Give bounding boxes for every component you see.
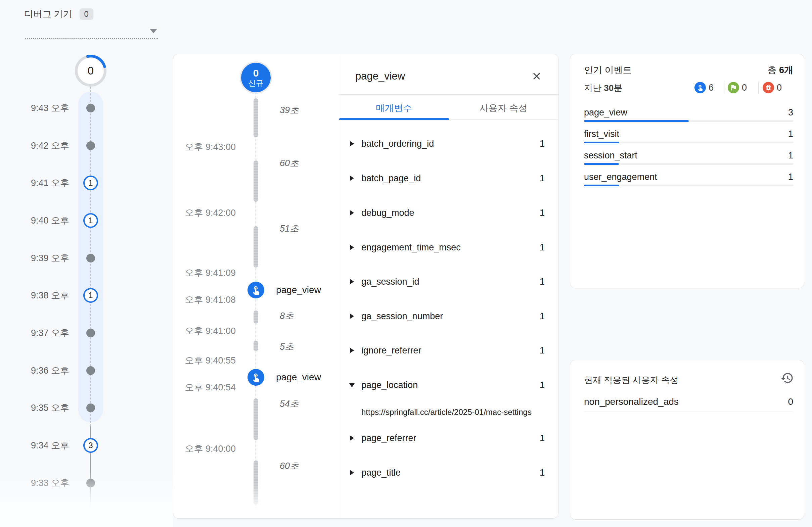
parameter-count: 1 [524, 345, 545, 356]
user-property-name: non_personalized_ads [584, 396, 679, 408]
parameter-count: 1 [524, 276, 545, 288]
expand-triangle-icon[interactable] [350, 279, 354, 284]
chevron-down-icon [150, 29, 157, 33]
event-detail-title: page_view [355, 69, 405, 84]
top-event-name[interactable]: page_view [584, 106, 627, 118]
tab-user-properties[interactable]: 사용자 속성 [449, 98, 558, 118]
elapsed-duration-label: 5초 [280, 341, 294, 352]
top-event-bar-track [584, 142, 793, 143]
parameter-name[interactable]: engagement_time_msec [361, 241, 461, 253]
ga-debugview-page: 디버그 기기 0 0 9:43 오후9:42 오후9:41 오후19:40 오후… [0, 0, 812, 527]
collapse-triangle-icon[interactable] [349, 383, 354, 387]
parameter-count: 1 [524, 137, 545, 150]
bug-icon[interactable] [763, 82, 774, 93]
top-event-bar-fill [584, 142, 619, 143]
second-time-label: 오후 9:42:00 [178, 207, 236, 219]
parameter-name[interactable]: page_referrer [361, 432, 417, 444]
device-select-dropdown[interactable] [25, 19, 158, 39]
parameter-name[interactable]: batch_page_id [361, 172, 421, 184]
minute-dot[interactable] [86, 254, 95, 263]
parameter-count: 1 [524, 241, 545, 253]
expand-triangle-icon[interactable] [350, 245, 354, 250]
second-time-label: 오후 9:41:08 [178, 294, 236, 306]
top-event-name[interactable]: session_start [584, 149, 637, 161]
expand-triangle-icon[interactable] [350, 313, 354, 319]
second-time-label: 오후 9:40:00 [178, 443, 236, 454]
minute-dot[interactable] [86, 516, 95, 525]
expand-triangle-icon[interactable] [350, 176, 354, 181]
minute-dot[interactable] [86, 328, 95, 337]
counter-value: 6 [709, 82, 722, 93]
minute-dot[interactable] [86, 404, 95, 412]
minute-event-badge[interactable]: 1 [83, 176, 98, 190]
detail-header-divider [339, 94, 559, 95]
expand-triangle-icon[interactable] [350, 210, 354, 216]
parameter-name[interactable]: batch_ordering_id [361, 137, 434, 150]
debug-devices-count-badge: 0 [79, 9, 93, 20]
debug-devices-label: 디버그 기기 [24, 8, 72, 20]
elapsed-segment [253, 160, 258, 202]
parameter-name[interactable]: ignore_referrer [361, 345, 421, 356]
minute-dot[interactable] [86, 141, 95, 150]
top-event-count: 1 [772, 128, 793, 140]
minute-time-label: 9:42 오후 [13, 140, 69, 151]
second-time-label: 오후 9:39:00 [178, 509, 236, 520]
parameter-name[interactable]: ga_session_number [361, 310, 443, 322]
top-event-count: 1 [772, 171, 793, 183]
parameter-count: 1 [524, 432, 545, 444]
parameter-name[interactable]: ga_session_id [361, 276, 419, 288]
parameter-name[interactable]: debug_mode [361, 207, 415, 219]
second-time-label: 오후 9:40:55 [178, 355, 236, 366]
new-events-label: 신규 [248, 78, 264, 87]
debug-devices-header: 디버그 기기 0 [24, 8, 93, 20]
parameter-value: https://springfall.cc/article/2025-01/ma… [361, 407, 558, 418]
counter-value: 0 [742, 82, 755, 93]
history-icon[interactable] [780, 371, 794, 385]
new-events-badge[interactable]: 0 신규 [240, 61, 272, 94]
minute-event-badge[interactable]: 1 [83, 213, 98, 228]
second-timeline-line [256, 95, 256, 510]
expand-triangle-icon[interactable] [350, 141, 354, 146]
minute-event-badge[interactable]: 3 [83, 438, 98, 453]
expand-triangle-icon[interactable] [350, 470, 354, 475]
minute-time-label: 9:41 오후 [13, 177, 69, 189]
second-time-label: 오후 9:40:54 [178, 382, 236, 393]
tap-icon[interactable] [695, 82, 706, 93]
tap-icon[interactable] [247, 282, 264, 298]
top-event-bar-track [584, 163, 793, 165]
second-time-label: 오후 9:43:00 [178, 141, 236, 153]
elapsed-segment [253, 460, 258, 504]
active-tab-underline [339, 118, 449, 120]
tap-icon[interactable] [247, 369, 264, 386]
top-event-name[interactable]: user_engagement [584, 171, 657, 183]
minute-time-label: 9:34 오후 [13, 440, 69, 451]
minute-event-badge[interactable]: 1 [83, 288, 98, 303]
second-time-label: 오후 9:41:09 [178, 267, 236, 279]
minute-dot[interactable] [86, 366, 95, 375]
expand-triangle-icon[interactable] [350, 435, 354, 441]
top-events-window: 지난 30분 [584, 82, 622, 94]
top-event-bar-fill [584, 120, 689, 122]
elapsed-duration-label: 39초 [280, 104, 299, 116]
minute-time-label: 9:39 오후 [13, 252, 69, 264]
minute-time-label: 9:36 오후 [13, 365, 69, 376]
minute-time-label: 9:37 오후 [13, 327, 69, 339]
parameter-name[interactable]: page_location [361, 379, 418, 391]
second-time-label: 오후 9:41:00 [178, 325, 236, 337]
minute-summary-circle[interactable]: 0 [74, 54, 107, 88]
minute-dot[interactable] [86, 104, 95, 113]
top-event-bar-fill [584, 163, 619, 165]
timeline-event-name[interactable]: page_view [276, 371, 321, 384]
flag-icon[interactable] [728, 82, 739, 93]
top-event-name[interactable]: first_visit [584, 128, 619, 140]
elapsed-segment [253, 310, 258, 324]
elapsed-duration-label: 54초 [280, 398, 299, 410]
tab-parameters[interactable]: 매개변수 [339, 98, 449, 118]
minute-time-label: 9:35 오후 [13, 402, 69, 413]
expand-triangle-icon[interactable] [350, 348, 354, 353]
parameter-name[interactable]: page_title [361, 467, 401, 479]
minute-dot[interactable] [86, 479, 95, 487]
timeline-event-name[interactable]: page_view [276, 284, 321, 296]
top-events-total: 총 6개 [705, 64, 793, 76]
close-icon[interactable] [531, 71, 543, 83]
